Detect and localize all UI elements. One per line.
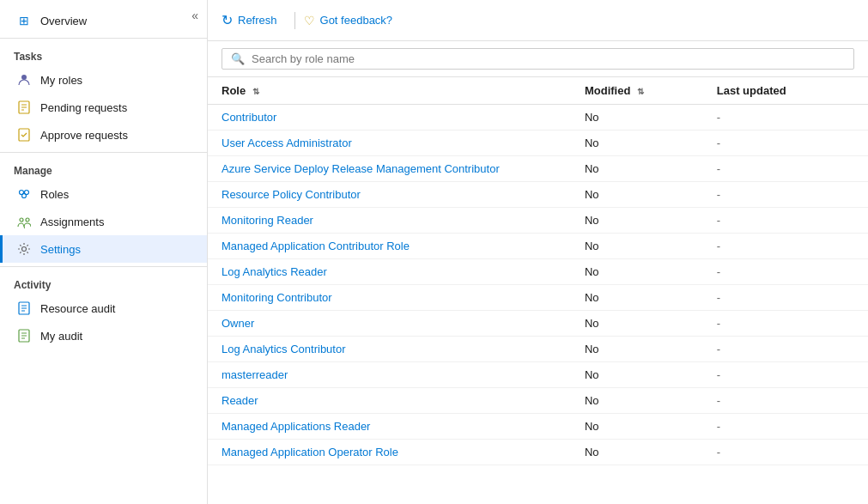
cell-role[interactable]: Managed Application Operator Role xyxy=(208,440,571,465)
cell-modified: No xyxy=(571,234,703,259)
sidebar-divider xyxy=(0,38,207,39)
cell-modified: No xyxy=(571,311,703,337)
cell-role[interactable]: Contributor xyxy=(208,105,571,131)
cell-modified: No xyxy=(571,285,703,311)
cell-modified: No xyxy=(571,259,703,285)
cell-role[interactable]: Resource Policy Contributor xyxy=(208,182,571,208)
table-row: Azure Service Deploy Release Management … xyxy=(208,156,868,182)
cell-role[interactable]: Managed Application Contributor Role xyxy=(208,234,571,259)
table-row: Managed Application Operator Role No - xyxy=(208,440,868,465)
sidebar-divider xyxy=(0,152,207,153)
cell-role[interactable]: Managed Applications Reader xyxy=(208,414,571,440)
refresh-button[interactable]: ↻ Refresh xyxy=(222,9,286,32)
my-audit-icon xyxy=(16,328,32,343)
resource-audit-icon xyxy=(16,301,32,316)
cell-last-updated: - xyxy=(703,259,868,285)
cell-last-updated: - xyxy=(703,362,868,388)
cell-last-updated: - xyxy=(703,285,868,311)
feedback-button[interactable]: ♡ Got feedback? xyxy=(304,10,402,31)
table-row: Monitoring Reader No - xyxy=(208,208,868,234)
table-row: Log Analytics Contributor No - xyxy=(208,337,868,362)
table-header: Role ⇅ Modified ⇅ Last updated xyxy=(208,77,868,105)
cell-role[interactable]: Log Analytics Contributor xyxy=(208,337,571,362)
svg-point-9 xyxy=(20,218,23,222)
sidebar-item-my-roles[interactable]: My roles xyxy=(0,66,207,94)
refresh-icon: ↻ xyxy=(222,12,233,28)
cell-last-updated: - xyxy=(703,337,868,362)
cell-role[interactable]: masterreader xyxy=(208,362,571,388)
sidebar-item-roles[interactable]: Roles xyxy=(0,180,207,208)
cell-role[interactable]: Monitoring Reader xyxy=(208,208,571,234)
roles-table-container: Role ⇅ Modified ⇅ Last updated Contribut… xyxy=(208,77,868,504)
sidebar-section-tasks: Tasks xyxy=(0,42,207,66)
column-header-role[interactable]: Role ⇅ xyxy=(208,77,571,105)
toolbar-divider xyxy=(294,12,295,29)
search-wrapper: 🔍 xyxy=(222,48,854,70)
cell-role[interactable]: Owner xyxy=(208,311,571,337)
cell-role[interactable]: User Access Administrator xyxy=(208,131,571,156)
sidebar-item-label: Approve requests xyxy=(40,129,128,142)
table-row: Managed Application Contributor Role No … xyxy=(208,234,868,259)
sidebar-item-label: My roles xyxy=(40,74,82,87)
cell-last-updated: - xyxy=(703,182,868,208)
sidebar-item-label: Settings xyxy=(40,243,81,256)
sidebar-item-overview[interactable]: ⊞ Overview xyxy=(0,7,207,34)
sidebar-section-activity: Activity xyxy=(0,270,207,295)
cell-role[interactable]: Log Analytics Reader xyxy=(208,259,571,285)
cell-modified: No xyxy=(571,208,703,234)
search-input[interactable] xyxy=(252,52,845,65)
cell-modified: No xyxy=(571,414,703,440)
sidebar-item-approve-requests[interactable]: Approve requests xyxy=(0,121,207,149)
table-row: masterreader No - xyxy=(208,362,868,388)
svg-rect-5 xyxy=(19,129,29,141)
approve-icon xyxy=(16,127,32,143)
cell-last-updated: - xyxy=(703,208,868,234)
table-row: Log Analytics Reader No - xyxy=(208,259,868,285)
sidebar-item-resource-audit[interactable]: Resource audit xyxy=(0,295,207,322)
my-roles-icon xyxy=(16,72,32,88)
sidebar-item-label: My audit xyxy=(40,330,82,343)
cell-role[interactable]: Azure Service Deploy Release Management … xyxy=(208,156,571,182)
table-row: Resource Policy Contributor No - xyxy=(208,182,868,208)
table-body: Contributor No - User Access Administrat… xyxy=(208,105,868,465)
sidebar-item-settings[interactable]: Settings xyxy=(0,235,207,263)
sidebar-collapse-button[interactable]: « xyxy=(188,5,202,26)
svg-point-0 xyxy=(21,75,27,80)
sidebar-item-label: Assignments xyxy=(40,216,104,228)
cell-modified: No xyxy=(571,337,703,362)
cell-last-updated: - xyxy=(703,105,868,131)
sidebar-item-label: Resource audit xyxy=(40,302,115,315)
cell-last-updated: - xyxy=(703,388,868,414)
svg-point-11 xyxy=(22,247,27,252)
cell-last-updated: - xyxy=(703,234,868,259)
cell-modified: No xyxy=(571,156,703,182)
svg-point-10 xyxy=(26,218,29,222)
cell-modified: No xyxy=(571,105,703,131)
assignments-icon xyxy=(16,214,32,229)
toolbar: ↻ Refresh ♡ Got feedback? xyxy=(208,0,868,41)
cell-modified: No xyxy=(571,131,703,156)
roles-icon xyxy=(16,186,32,202)
settings-icon xyxy=(16,241,32,257)
cell-last-updated: - xyxy=(703,440,868,465)
column-header-modified[interactable]: Modified ⇅ xyxy=(571,77,703,105)
sort-icon-role: ⇅ xyxy=(252,87,259,96)
cell-last-updated: - xyxy=(703,311,868,337)
cell-modified: No xyxy=(571,362,703,388)
sidebar: « ⊞ Overview Tasks My roles Pending requ… xyxy=(0,0,208,504)
overview-icon: ⊞ xyxy=(16,13,32,28)
cell-last-updated: - xyxy=(703,156,868,182)
svg-point-8 xyxy=(22,194,27,198)
sidebar-item-assignments[interactable]: Assignments xyxy=(0,208,207,235)
cell-role[interactable]: Reader xyxy=(208,388,571,414)
roles-table: Role ⇅ Modified ⇅ Last updated Contribut… xyxy=(208,77,868,465)
cell-role[interactable]: Monitoring Contributor xyxy=(208,285,571,311)
sidebar-item-my-audit[interactable]: My audit xyxy=(0,322,207,349)
column-header-last-updated: Last updated xyxy=(703,77,868,105)
sort-icon-modified: ⇅ xyxy=(637,87,644,96)
sidebar-item-pending-requests[interactable]: Pending requests xyxy=(0,94,207,121)
sidebar-item-label: Roles xyxy=(40,188,69,201)
search-icon: 🔍 xyxy=(231,52,245,65)
feedback-icon: ♡ xyxy=(304,14,315,27)
table-row: Contributor No - xyxy=(208,105,868,131)
